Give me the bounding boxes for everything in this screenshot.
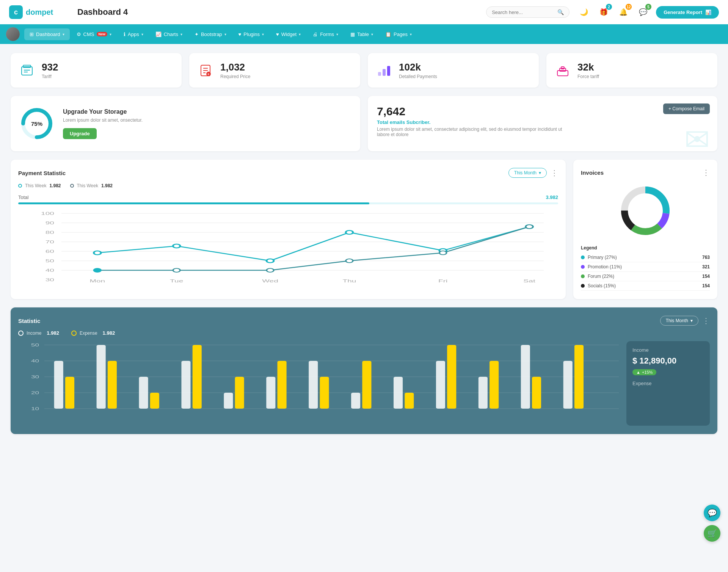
svg-point-48 bbox=[346, 259, 353, 263]
legend-dot-blue bbox=[70, 184, 74, 188]
income-badge: ▲ +15% bbox=[632, 369, 656, 375]
svg-text:Thu: Thu bbox=[342, 279, 356, 284]
sidebar-item-apps[interactable]: ℹ Apps ▾ bbox=[118, 28, 149, 40]
sidebar-item-charts[interactable]: 📈 Charts ▾ bbox=[150, 28, 188, 40]
inv-label-forum: Forum (22%) bbox=[588, 274, 699, 279]
forms-icon: 🖨 bbox=[313, 31, 318, 37]
sidebar-item-bootstrap[interactable]: ✦ Bootstrap ▾ bbox=[189, 28, 232, 40]
expense-title: Expense bbox=[632, 381, 704, 386]
search-icon[interactable]: 🔍 bbox=[557, 9, 564, 15]
invoices-card: Invoices ⋮ Leg bbox=[573, 160, 717, 299]
svg-rect-78 bbox=[309, 361, 318, 409]
inv-legend-item-0: Primary (27%) 763 bbox=[581, 253, 710, 262]
mid-row: 75% Upgrade Your Storage Lorem ipsum dol… bbox=[11, 96, 717, 151]
svg-rect-73 bbox=[193, 345, 202, 409]
payment-more-button[interactable]: ⋮ bbox=[551, 168, 558, 177]
storage-percent: 75% bbox=[31, 121, 42, 127]
page-title: Dashboard 4 bbox=[77, 7, 479, 17]
email-description: Lorem ipsum dolor sit amet, consectetur … bbox=[377, 127, 566, 137]
force-tariff-icon bbox=[554, 62, 571, 79]
sidebar-item-widget[interactable]: ♥ Widget ▾ bbox=[271, 28, 306, 40]
sidebar-item-table[interactable]: ▦ Table ▾ bbox=[345, 28, 378, 40]
inv-label-socials: Socials (15%) bbox=[588, 283, 699, 288]
gift-btn[interactable]: 🎁 2 bbox=[597, 5, 610, 19]
theme-toggle-btn[interactable]: 🌙 bbox=[577, 5, 591, 19]
svg-text:40: 40 bbox=[31, 359, 39, 363]
svg-text:Tue: Tue bbox=[170, 279, 183, 284]
svg-rect-82 bbox=[394, 377, 403, 409]
chat-btn[interactable]: 💬 5 bbox=[636, 5, 650, 19]
svg-text:30: 30 bbox=[46, 277, 54, 282]
inv-val-forum: 154 bbox=[702, 274, 710, 279]
svg-rect-90 bbox=[563, 361, 573, 409]
income-panel: Income $ 12,890,00 ▲ +15% Expense bbox=[626, 341, 710, 426]
total-label: Total bbox=[18, 194, 28, 200]
sidebar-item-plugins[interactable]: ♥ Plugins ▾ bbox=[233, 28, 269, 40]
pages-icon: 📋 bbox=[385, 31, 391, 37]
svg-point-40 bbox=[173, 244, 180, 248]
nav-avatar bbox=[6, 27, 20, 41]
svg-rect-80 bbox=[351, 393, 360, 409]
payment-line-chart: 100 90 80 70 60 50 40 30 Mon Tue Wed Thu… bbox=[18, 210, 558, 285]
svg-rect-71 bbox=[150, 393, 159, 409]
svg-rect-86 bbox=[479, 377, 488, 409]
chevron-down-icon: ▾ bbox=[262, 32, 264, 36]
invoices-legend: Legend Primary (27%) 763 Promotion (11%)… bbox=[581, 245, 710, 291]
chevron-down-icon: ▾ bbox=[690, 318, 693, 323]
compose-email-button[interactable]: + Compose Email bbox=[663, 103, 710, 114]
sidebar-item-pages[interactable]: 📋 Pages ▾ bbox=[380, 28, 417, 40]
invoices-more-button[interactable]: ⋮ bbox=[702, 168, 710, 177]
chevron-down-icon: ▾ bbox=[410, 32, 412, 36]
svg-point-49 bbox=[439, 251, 447, 255]
storage-title: Upgrade Your Storage bbox=[63, 108, 143, 115]
invoices-donut-chart bbox=[617, 182, 674, 239]
svg-rect-83 bbox=[405, 393, 414, 409]
svg-rect-91 bbox=[574, 345, 584, 409]
inv-legend-item-3: Socials (15%) 154 bbox=[581, 281, 710, 291]
statistic-filter-button[interactable]: This Month ▾ bbox=[660, 316, 698, 326]
chevron-down-icon: ▾ bbox=[110, 32, 111, 36]
chevron-down-icon: ▾ bbox=[371, 32, 373, 36]
svg-point-41 bbox=[267, 259, 274, 263]
inv-val-primary: 763 bbox=[702, 255, 710, 260]
svg-rect-88 bbox=[521, 345, 530, 409]
svg-rect-87 bbox=[490, 361, 499, 409]
payment-filter-button[interactable]: This Month ▾ bbox=[508, 168, 547, 178]
sidebar-item-dashboard[interactable]: ⊞ Dashboard ▾ bbox=[24, 28, 70, 40]
logo[interactable]: c dompet bbox=[9, 5, 70, 19]
stat-dot-expense bbox=[71, 331, 77, 336]
stat-legend-expense: Expense 1.982 bbox=[71, 330, 115, 336]
email-subtitle: Total emails Subcriber. bbox=[377, 119, 708, 125]
sidebar-item-forms[interactable]: 🖨 Forms ▾ bbox=[308, 28, 344, 40]
generate-report-button[interactable]: Generate Report 📊 bbox=[656, 6, 719, 19]
stat-card-force-tariff: 32k Force tariff bbox=[546, 53, 717, 88]
svg-rect-12 bbox=[387, 66, 390, 76]
payment-legend-row: This Week 1.982 This Week 1.982 bbox=[18, 183, 558, 188]
svg-text:+: + bbox=[207, 72, 209, 76]
svg-rect-74 bbox=[224, 393, 233, 409]
svg-point-39 bbox=[94, 251, 101, 255]
upgrade-button[interactable]: Upgrade bbox=[63, 128, 97, 139]
svg-text:20: 20 bbox=[31, 390, 39, 395]
email-card: + Compose Email 7,642 Total emails Subcr… bbox=[368, 96, 717, 151]
inv-label-promotion: Promotion (11%) bbox=[588, 264, 699, 270]
svg-text:70: 70 bbox=[46, 240, 54, 244]
bell-btn[interactable]: 🔔 12 bbox=[617, 5, 630, 19]
legend-item-0: This Week 1.982 bbox=[18, 183, 61, 188]
search-input[interactable] bbox=[492, 9, 554, 15]
svg-rect-70 bbox=[139, 377, 148, 409]
sidebar-item-cms[interactable]: ⚙ CMS New ▾ bbox=[71, 28, 117, 40]
required-price-info: 1,032 Required Price bbox=[220, 61, 250, 79]
statistic-legend: Income 1.982 Expense 1.982 bbox=[18, 330, 710, 336]
bar-chart-icon: 📊 bbox=[705, 9, 711, 15]
statistic-more-button[interactable]: ⋮ bbox=[702, 316, 710, 325]
table-icon: ▦ bbox=[350, 31, 355, 37]
svg-text:50: 50 bbox=[46, 259, 54, 263]
logo-text: dompet bbox=[26, 8, 53, 17]
force-tariff-value: 32k bbox=[577, 61, 599, 73]
stat-cards-grid: 932 Tariff + 1,032 Required Price bbox=[11, 53, 717, 88]
svg-text:90: 90 bbox=[46, 221, 54, 226]
svg-rect-81 bbox=[362, 361, 371, 409]
payment-progress-bar bbox=[18, 202, 558, 204]
income-title: Income bbox=[632, 347, 704, 353]
